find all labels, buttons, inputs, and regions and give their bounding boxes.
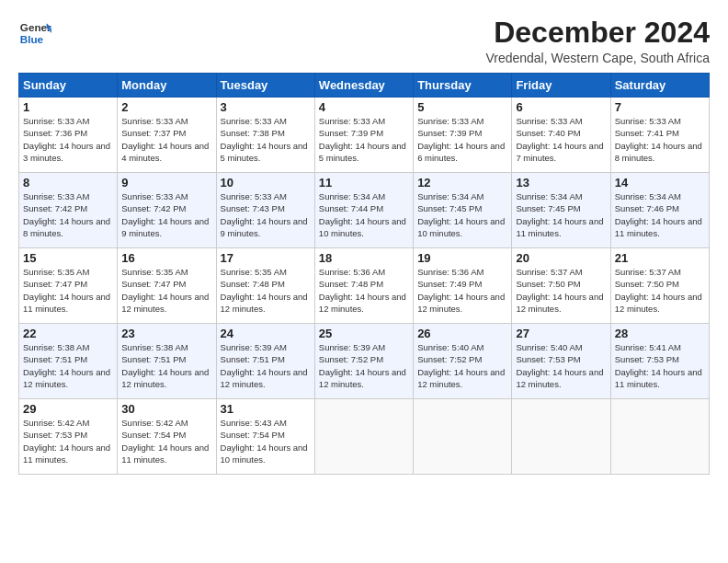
calendar-cell: 2Sunrise: 5:33 AMSunset: 7:37 PMDaylight…	[118, 98, 216, 173]
calendar-cell: 8Sunrise: 5:33 AMSunset: 7:42 PMDaylight…	[19, 173, 118, 248]
calendar-cell	[512, 399, 610, 475]
day-info: Sunrise: 5:34 AMSunset: 7:44 PMDaylight:…	[319, 190, 409, 239]
calendar-cell: 30Sunrise: 5:42 AMSunset: 7:54 PMDayligh…	[118, 399, 216, 475]
calendar-cell: 14Sunrise: 5:34 AMSunset: 7:46 PMDayligh…	[610, 173, 709, 248]
day-info: Sunrise: 5:36 AMSunset: 7:49 PMDaylight:…	[417, 266, 507, 315]
calendar-cell: 5Sunrise: 5:33 AMSunset: 7:39 PMDaylight…	[414, 98, 512, 173]
calendar-week-row: 8Sunrise: 5:33 AMSunset: 7:42 PMDaylight…	[19, 173, 710, 248]
day-number: 3	[221, 100, 311, 114]
day-info: Sunrise: 5:33 AMSunset: 7:42 PMDaylight:…	[23, 190, 113, 239]
calendar-cell: 3Sunrise: 5:33 AMSunset: 7:38 PMDaylight…	[216, 98, 314, 173]
day-number: 21	[615, 251, 705, 265]
calendar-cell	[414, 399, 512, 475]
day-info: Sunrise: 5:42 AMSunset: 7:53 PMDaylight:…	[23, 417, 113, 465]
header: General Blue December 2024 Vredendal, We…	[18, 17, 710, 65]
calendar-cell: 4Sunrise: 5:33 AMSunset: 7:39 PMDaylight…	[314, 98, 413, 173]
day-info: Sunrise: 5:33 AMSunset: 7:38 PMDaylight:…	[221, 115, 311, 164]
day-info: Sunrise: 5:33 AMSunset: 7:40 PMDaylight:…	[516, 115, 606, 164]
day-number: 25	[319, 327, 409, 340]
day-number: 16	[121, 251, 211, 265]
calendar-cell: 27Sunrise: 5:40 AMSunset: 7:53 PMDayligh…	[512, 324, 610, 399]
calendar-cell: 31Sunrise: 5:43 AMSunset: 7:54 PMDayligh…	[216, 399, 314, 475]
day-info: Sunrise: 5:33 AMSunset: 7:37 PMDaylight:…	[121, 115, 211, 164]
calendar-cell: 10Sunrise: 5:33 AMSunset: 7:43 PMDayligh…	[216, 173, 314, 248]
month-title: December 2024	[485, 17, 710, 49]
day-number: 20	[516, 251, 606, 265]
day-info: Sunrise: 5:33 AMSunset: 7:39 PMDaylight:…	[319, 115, 409, 164]
day-number: 6	[516, 100, 606, 114]
calendar-cell: 20Sunrise: 5:37 AMSunset: 7:50 PMDayligh…	[512, 248, 610, 324]
calendar-week-row: 15Sunrise: 5:35 AMSunset: 7:47 PMDayligh…	[19, 248, 710, 324]
logo-icon: General Blue	[18, 17, 51, 50]
day-number: 17	[221, 251, 311, 265]
day-info: Sunrise: 5:35 AMSunset: 7:47 PMDaylight:…	[121, 266, 211, 315]
calendar-day-header: Friday	[512, 74, 610, 98]
day-number: 11	[319, 176, 409, 190]
day-number: 2	[121, 100, 211, 114]
day-number: 23	[121, 327, 211, 340]
day-info: Sunrise: 5:33 AMSunset: 7:42 PMDaylight:…	[121, 190, 211, 239]
day-number: 22	[23, 327, 113, 340]
day-number: 1	[23, 100, 113, 114]
day-number: 24	[221, 327, 311, 340]
title-section: December 2024 Vredendal, Western Cape, S…	[485, 17, 710, 65]
calendar-cell: 22Sunrise: 5:38 AMSunset: 7:51 PMDayligh…	[19, 324, 118, 399]
day-number: 26	[417, 327, 507, 340]
calendar-cell: 28Sunrise: 5:41 AMSunset: 7:53 PMDayligh…	[610, 324, 709, 399]
day-number: 5	[417, 100, 507, 114]
calendar: SundayMondayTuesdayWednesdayThursdayFrid…	[18, 73, 710, 475]
calendar-cell: 21Sunrise: 5:37 AMSunset: 7:50 PMDayligh…	[610, 248, 709, 324]
calendar-cell: 17Sunrise: 5:35 AMSunset: 7:48 PMDayligh…	[216, 248, 314, 324]
day-info: Sunrise: 5:36 AMSunset: 7:48 PMDaylight:…	[319, 266, 409, 315]
day-info: Sunrise: 5:40 AMSunset: 7:52 PMDaylight:…	[417, 341, 507, 390]
calendar-day-header: Wednesday	[314, 74, 413, 98]
day-number: 12	[417, 176, 507, 190]
calendar-cell: 18Sunrise: 5:36 AMSunset: 7:48 PMDayligh…	[314, 248, 413, 324]
calendar-week-row: 1Sunrise: 5:33 AMSunset: 7:36 PMDaylight…	[19, 98, 710, 173]
day-info: Sunrise: 5:37 AMSunset: 7:50 PMDaylight:…	[516, 266, 606, 315]
calendar-cell	[610, 399, 709, 475]
day-info: Sunrise: 5:43 AMSunset: 7:54 PMDaylight:…	[221, 417, 311, 465]
calendar-cell: 25Sunrise: 5:39 AMSunset: 7:52 PMDayligh…	[314, 324, 413, 399]
day-number: 9	[121, 176, 211, 190]
day-number: 14	[615, 176, 705, 190]
calendar-cell: 6Sunrise: 5:33 AMSunset: 7:40 PMDaylight…	[512, 98, 610, 173]
day-info: Sunrise: 5:33 AMSunset: 7:41 PMDaylight:…	[615, 115, 705, 164]
calendar-cell: 7Sunrise: 5:33 AMSunset: 7:41 PMDaylight…	[610, 98, 709, 173]
calendar-day-header: Monday	[118, 74, 216, 98]
page: General Blue December 2024 Vredendal, We…	[0, 0, 728, 484]
day-info: Sunrise: 5:34 AMSunset: 7:46 PMDaylight:…	[615, 190, 705, 239]
calendar-cell	[314, 399, 413, 475]
calendar-header-row: SundayMondayTuesdayWednesdayThursdayFrid…	[19, 74, 710, 98]
calendar-day-header: Thursday	[414, 74, 512, 98]
day-info: Sunrise: 5:38 AMSunset: 7:51 PMDaylight:…	[23, 341, 113, 390]
day-info: Sunrise: 5:34 AMSunset: 7:45 PMDaylight:…	[516, 190, 606, 239]
day-number: 15	[23, 251, 113, 265]
calendar-day-header: Tuesday	[216, 74, 314, 98]
calendar-cell: 24Sunrise: 5:39 AMSunset: 7:51 PMDayligh…	[216, 324, 314, 399]
calendar-day-header: Saturday	[610, 74, 709, 98]
day-number: 7	[615, 100, 705, 114]
day-info: Sunrise: 5:38 AMSunset: 7:51 PMDaylight:…	[121, 341, 211, 390]
day-info: Sunrise: 5:39 AMSunset: 7:52 PMDaylight:…	[319, 341, 409, 390]
day-info: Sunrise: 5:33 AMSunset: 7:43 PMDaylight:…	[221, 190, 311, 239]
day-number: 10	[221, 176, 311, 190]
calendar-cell: 16Sunrise: 5:35 AMSunset: 7:47 PMDayligh…	[118, 248, 216, 324]
calendar-cell: 13Sunrise: 5:34 AMSunset: 7:45 PMDayligh…	[512, 173, 610, 248]
calendar-week-row: 22Sunrise: 5:38 AMSunset: 7:51 PMDayligh…	[19, 324, 710, 399]
day-info: Sunrise: 5:33 AMSunset: 7:39 PMDaylight:…	[417, 115, 507, 164]
day-number: 30	[121, 402, 211, 416]
calendar-cell: 26Sunrise: 5:40 AMSunset: 7:52 PMDayligh…	[414, 324, 512, 399]
day-number: 18	[319, 251, 409, 265]
day-info: Sunrise: 5:40 AMSunset: 7:53 PMDaylight:…	[516, 341, 606, 390]
calendar-cell: 1Sunrise: 5:33 AMSunset: 7:36 PMDaylight…	[19, 98, 118, 173]
calendar-week-row: 29Sunrise: 5:42 AMSunset: 7:53 PMDayligh…	[19, 399, 710, 475]
day-info: Sunrise: 5:37 AMSunset: 7:50 PMDaylight:…	[615, 266, 705, 315]
location: Vredendal, Western Cape, South Africa	[485, 51, 710, 65]
day-number: 29	[23, 402, 113, 416]
day-info: Sunrise: 5:35 AMSunset: 7:48 PMDaylight:…	[221, 266, 311, 315]
day-number: 4	[319, 100, 409, 114]
svg-text:Blue: Blue	[20, 33, 44, 45]
logo: General Blue	[18, 17, 51, 50]
day-number: 28	[615, 327, 705, 340]
